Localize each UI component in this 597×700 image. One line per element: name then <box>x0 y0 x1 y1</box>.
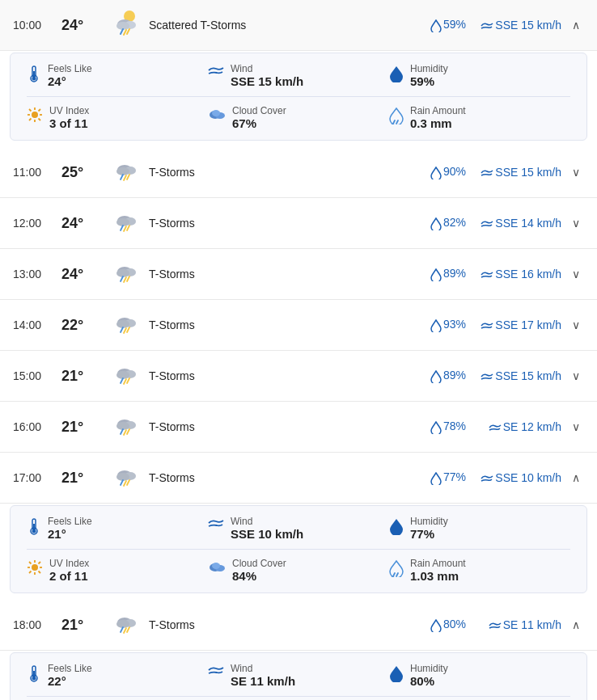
svg-line-84 <box>396 573 398 576</box>
detail-panel: Feels Like 24° Wind SSE 15 km/h <box>10 53 587 141</box>
hour-wind: SSE 16 km/h <box>472 268 561 280</box>
expand-chevron[interactable]: ∧ <box>568 19 584 32</box>
svg-line-90 <box>127 627 129 632</box>
wind-value: SSE 10 km/h <box>231 527 303 541</box>
expand-chevron[interactable]: ∨ <box>568 420 584 433</box>
humidity-cell: Humidity 77% <box>389 516 570 541</box>
hour-wind: SSE 15 km/h <box>472 369 561 382</box>
feels-like-cell: Feels Like 24° <box>27 63 208 88</box>
humidity-icon <box>389 517 404 539</box>
hour-temp: 21° <box>61 470 104 487</box>
hour-row[interactable]: 16:00 21° T-Storms 78% SE 12 km/h ∨ <box>0 402 597 453</box>
svg-line-24 <box>396 120 398 124</box>
hour-time: 10:00 <box>13 19 55 32</box>
svg-line-65 <box>124 481 126 486</box>
svg-line-29 <box>124 175 126 180</box>
hour-row[interactable]: 17:00 21° T-Storms 77% SSE 10 km/h ∧ <box>0 453 597 504</box>
hour-condition: T-Storms <box>149 618 278 631</box>
expand-chevron[interactable]: ∨ <box>568 369 584 382</box>
wind-icon <box>208 664 224 681</box>
hour-temp: 21° <box>61 617 104 634</box>
cloud-cell: Cloud Cover 67% <box>208 105 389 130</box>
svg-rect-69 <box>33 524 35 529</box>
humidity-value: 80% <box>410 674 448 688</box>
rain-label: Rain Amount <box>410 558 466 569</box>
expand-chevron[interactable]: ∨ <box>568 217 584 230</box>
hour-wind: SE 11 km/h <box>472 618 561 631</box>
expand-chevron[interactable]: ∨ <box>568 268 584 280</box>
hour-row[interactable]: 12:00 24° T-Storms 82% SSE 14 km/h ∨ <box>0 198 597 249</box>
hour-time: 13:00 <box>13 268 55 280</box>
humidity-icon <box>389 65 404 86</box>
feels-like-label: Feels Like <box>48 516 92 527</box>
hour-temp: 24° <box>61 215 104 232</box>
hour-condition: Scattered T-Storms <box>149 19 278 32</box>
svg-point-82 <box>212 563 220 569</box>
hour-wind: SSE 14 km/h <box>472 217 561 230</box>
hour-time: 12:00 <box>13 217 55 230</box>
uv-value: 3 of 11 <box>49 116 89 130</box>
cloud-icon <box>208 559 226 576</box>
hour-time: 11:00 <box>13 166 55 179</box>
hour-temp: 21° <box>61 368 104 385</box>
hour-time: 15:00 <box>13 369 55 382</box>
hour-time: 18:00 <box>13 618 55 631</box>
expand-chevron[interactable]: ∧ <box>568 618 584 631</box>
expand-chevron[interactable]: ∨ <box>568 166 584 179</box>
wind-icon <box>208 517 224 534</box>
cloud-label: Cloud Cover <box>232 558 286 569</box>
wind-label: Wind <box>231 63 303 74</box>
hour-humidity: 82% <box>419 216 466 230</box>
hour-wind: SSE 15 km/h <box>472 166 561 179</box>
humidity-value: 77% <box>410 527 448 541</box>
thermometer-icon <box>27 517 41 539</box>
uv-icon <box>27 559 43 580</box>
hour-temp: 22° <box>61 317 104 334</box>
svg-line-41 <box>124 277 126 282</box>
expand-chevron[interactable]: ∧ <box>568 471 584 484</box>
svg-point-70 <box>32 529 36 533</box>
hour-humidity: 77% <box>419 470 466 484</box>
hour-time: 16:00 <box>13 420 55 433</box>
hour-row[interactable]: 10:00 24° Scattered T-Storms 59% SSE 15 … <box>0 0 597 51</box>
hour-row[interactable]: 18:00 21° T-Storms 80% SE 11 km/h ∧ <box>0 600 597 651</box>
hour-row[interactable]: 14:00 22° T-Storms 93% SSE 17 km/h ∨ <box>0 300 597 351</box>
humidity-label: Humidity <box>410 663 448 674</box>
hour-humidity: 89% <box>419 369 466 382</box>
uv-cell: UV Index 2 of 11 <box>27 558 208 583</box>
svg-line-83 <box>393 573 395 576</box>
svg-rect-9 <box>33 71 35 77</box>
weather-icon <box>110 8 142 42</box>
svg-line-79 <box>29 571 32 574</box>
cloud-label: Cloud Cover <box>232 105 286 116</box>
svg-line-17 <box>39 119 41 121</box>
svg-line-47 <box>124 328 126 333</box>
rain-cell: Rain Amount 0.3 mm <box>389 105 570 130</box>
rain-label: Rain Amount <box>410 105 466 116</box>
feels-like-cell: Feels Like 21° <box>27 516 208 541</box>
svg-line-54 <box>127 378 129 383</box>
hour-condition: T-Storms <box>149 471 278 484</box>
hour-humidity: 78% <box>419 420 466 433</box>
svg-point-11 <box>32 112 38 118</box>
weather-icon <box>110 608 142 642</box>
cloud-value: 67% <box>232 116 286 130</box>
feels-like-value: 24° <box>48 74 92 88</box>
hour-wind: SE 12 km/h <box>472 420 561 433</box>
hour-wind: SSE 10 km/h <box>472 471 561 484</box>
hour-row[interactable]: 15:00 21° T-Storms 89% SSE 15 km/h ∨ <box>0 351 597 402</box>
svg-line-76 <box>29 562 32 564</box>
hour-wind: SSE 15 km/h <box>472 19 561 32</box>
rain-value: 0.3 mm <box>410 116 466 130</box>
weather-icon <box>110 257 142 291</box>
rain-icon <box>389 107 404 129</box>
cloud-value: 84% <box>232 569 286 583</box>
svg-line-77 <box>39 571 41 574</box>
hour-row[interactable]: 13:00 24° T-Storms 89% SSE 16 km/h ∨ <box>0 249 597 300</box>
hour-row[interactable]: 11:00 25° T-Storms 90% SSE 15 km/h ∨ <box>0 147 597 198</box>
svg-line-6 <box>127 29 129 34</box>
expand-chevron[interactable]: ∨ <box>568 318 584 331</box>
hour-time: 17:00 <box>13 471 55 484</box>
svg-line-89 <box>124 628 126 633</box>
hour-condition: T-Storms <box>149 318 278 331</box>
